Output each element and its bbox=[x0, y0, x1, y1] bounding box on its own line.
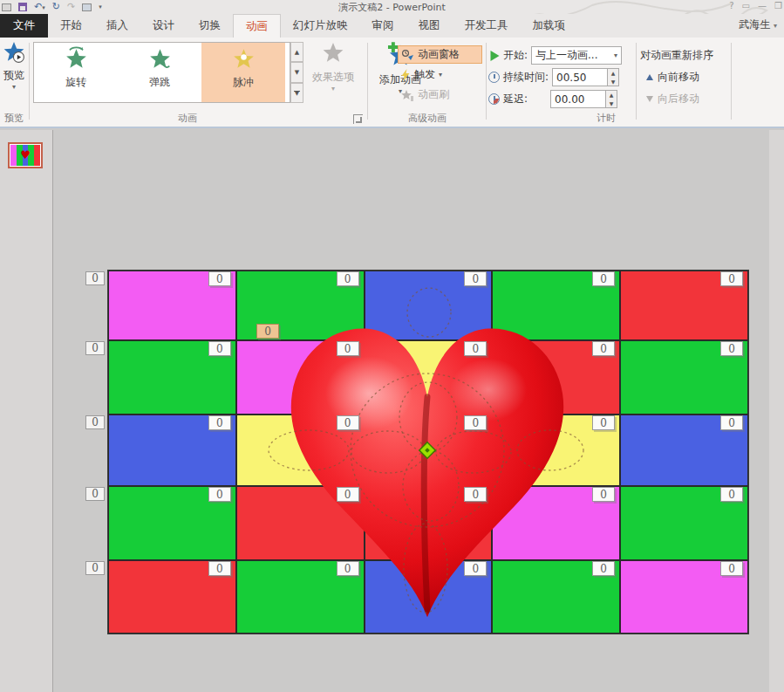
tab-5[interactable]: 幻灯片放映 bbox=[281, 14, 360, 38]
effect-options-caret-icon: ▾ bbox=[305, 85, 361, 92]
animation-number-badge[interactable]: 0 bbox=[208, 487, 231, 502]
animation-number-badge[interactable]: 0 bbox=[208, 415, 231, 430]
animation-number-badge[interactable]: 0 bbox=[464, 487, 487, 502]
help-icon[interactable]: ? bbox=[729, 1, 733, 10]
ribbon-tab-bar: 文件 开始插入设计切换动画幻灯片放映审阅视图开发工具加载项 bbox=[0, 14, 784, 38]
animation-painter-icon bbox=[401, 89, 414, 101]
slide-thumbnail-1[interactable]: ♥ bbox=[8, 142, 43, 168]
animation-number-badge[interactable]: 0 bbox=[464, 415, 487, 430]
effect-options-star-icon bbox=[322, 42, 344, 65]
spin-star-icon bbox=[65, 46, 88, 70]
group-separator bbox=[29, 43, 30, 120]
gallery-item-label: 旋转 bbox=[34, 75, 118, 90]
move-later-icon bbox=[646, 96, 653, 102]
animation-number-badge[interactable]: 0 bbox=[337, 487, 359, 502]
ribbon-display-icon[interactable]: ▭ bbox=[742, 1, 750, 10]
move-earlier-button[interactable]: 向前移动 bbox=[646, 70, 699, 85]
animation-number-badge[interactable]: 0 bbox=[464, 271, 487, 286]
duration-input[interactable]: 00.50 bbox=[552, 68, 608, 86]
duration-clock-icon bbox=[488, 72, 500, 83]
animation-number-badge[interactable]: 0 bbox=[720, 341, 743, 356]
minimize-icon[interactable]: — bbox=[758, 1, 767, 10]
gallery-item-2[interactable]: 脉冲 bbox=[201, 43, 285, 102]
tab-9[interactable]: 加载项 bbox=[521, 14, 578, 38]
animation-number-badge[interactable]: 0 bbox=[592, 487, 615, 502]
tab-7[interactable]: 视图 bbox=[406, 14, 453, 38]
row-animation-number-badge[interactable]: 0 bbox=[85, 561, 105, 575]
gallery-item-0[interactable]: 旋转 bbox=[34, 43, 118, 102]
tab-2[interactable]: 设计 bbox=[140, 14, 187, 38]
animation-number-badge[interactable]: 0 bbox=[337, 415, 359, 430]
preview-star-icon bbox=[3, 41, 25, 64]
gallery-scroll-down[interactable]: ▼ bbox=[290, 62, 303, 82]
color-grid bbox=[108, 271, 748, 634]
animation-number-badge[interactable]: 0 bbox=[720, 271, 743, 286]
animation-painter-button: 动画刷 bbox=[398, 86, 478, 104]
animation-number-badge[interactable]: 0 bbox=[720, 487, 743, 502]
animation-gallery: 旋转弹跳脉冲 bbox=[33, 42, 290, 103]
effect-options-label: 效果选项 bbox=[305, 70, 361, 85]
trigger-caret-icon: ▾ bbox=[439, 71, 442, 79]
slide-thumbnail-panel: ♥ bbox=[0, 130, 53, 692]
vertical-scrollbar[interactable] bbox=[769, 130, 784, 692]
preview-caret-icon: ▾ bbox=[0, 83, 28, 91]
animation-dialog-launcher-icon[interactable] bbox=[353, 114, 363, 124]
delay-spinner[interactable]: ▲▼ bbox=[606, 90, 617, 108]
animation-number-badge[interactable]: 0 bbox=[208, 271, 231, 286]
tab-file[interactable]: 文件 bbox=[0, 14, 48, 38]
group-label-preview: 预览 bbox=[0, 112, 28, 125]
group-label-timing: 计时 bbox=[558, 112, 654, 125]
row-animation-number-badge[interactable]: 0 bbox=[85, 271, 105, 285]
start-caret-icon: ▾ bbox=[614, 51, 617, 59]
animation-number-badge[interactable]: 0 bbox=[464, 561, 487, 576]
animation-number-badge[interactable]: 0 bbox=[720, 561, 743, 576]
preview-button[interactable]: 预览 ▾ bbox=[0, 41, 28, 109]
animation-number-badge[interactable]: 0 bbox=[592, 341, 615, 356]
duration-spinner[interactable]: ▲▼ bbox=[608, 68, 619, 86]
gallery-scroll-up[interactable]: ▲ bbox=[290, 42, 303, 62]
title-bar: ↶▾ ↻ ↷ ▾ 演示文稿2 - PowerPoint ? ▭ — ❐ bbox=[0, 0, 784, 14]
tab-8[interactable]: 开发工具 bbox=[453, 14, 521, 38]
group-separator bbox=[731, 43, 732, 120]
animation-number-badge[interactable]: 0 bbox=[337, 341, 359, 356]
tab-3[interactable]: 切换 bbox=[187, 14, 233, 38]
start-label: 开始: bbox=[503, 48, 528, 63]
animation-number-badge[interactable]: 0 bbox=[208, 341, 231, 356]
move-earlier-icon bbox=[646, 74, 653, 80]
animation-number-badge[interactable]: 0 bbox=[592, 415, 615, 430]
row-animation-number-badge[interactable]: 0 bbox=[85, 341, 105, 355]
animation-pane-icon bbox=[402, 49, 414, 61]
row-animation-number-badge[interactable]: 0 bbox=[85, 487, 105, 501]
tab-6[interactable]: 审阅 bbox=[360, 14, 406, 38]
tab-4[interactable]: 动画 bbox=[233, 14, 281, 38]
start-select[interactable]: 与上一动画... ▾ bbox=[531, 46, 622, 65]
animation-number-badge[interactable]: 0 bbox=[592, 561, 615, 576]
selected-animation-number-badge[interactable]: 0 bbox=[256, 324, 279, 339]
animation-pane-button[interactable]: 动画窗格 bbox=[398, 45, 482, 64]
animation-number-badge[interactable]: 0 bbox=[337, 561, 359, 576]
animation-number-badge[interactable]: 0 bbox=[464, 341, 487, 356]
bounce-star-icon bbox=[148, 46, 172, 70]
window-controls: ? ▭ — ❐ bbox=[729, 1, 782, 10]
trigger-button[interactable]: 触发 ▾ bbox=[398, 65, 463, 84]
window-title: 演示文稿2 - PowerPoint bbox=[0, 1, 784, 14]
preview-label: 预览 bbox=[0, 68, 28, 83]
animation-number-badge[interactable]: 0 bbox=[337, 271, 359, 286]
gallery-item-label: 脉冲 bbox=[201, 75, 285, 90]
animation-pane-label: 动画窗格 bbox=[418, 47, 460, 62]
group-separator bbox=[636, 43, 637, 120]
user-account[interactable]: 武海生 ▾ bbox=[739, 17, 777, 32]
tab-1[interactable]: 插入 bbox=[94, 14, 140, 38]
gallery-item-1[interactable]: 弹跳 bbox=[118, 43, 201, 102]
group-separator bbox=[367, 43, 368, 120]
row-animation-number-badge[interactable]: 0 bbox=[85, 415, 105, 429]
tab-0[interactable]: 开始 bbox=[48, 14, 94, 38]
animation-number-badge[interactable]: 0 bbox=[208, 561, 231, 576]
move-earlier-label: 向前移动 bbox=[658, 70, 699, 85]
delay-input[interactable]: 00.00 bbox=[550, 90, 606, 108]
animation-number-badge[interactable]: 0 bbox=[720, 415, 743, 430]
gallery-more-button[interactable]: ▼ bbox=[290, 83, 303, 103]
maximize-icon[interactable]: ❐ bbox=[774, 1, 782, 10]
animation-number-badge[interactable]: 0 bbox=[592, 271, 615, 286]
start-row: 开始: 与上一动画... ▾ bbox=[490, 46, 622, 65]
